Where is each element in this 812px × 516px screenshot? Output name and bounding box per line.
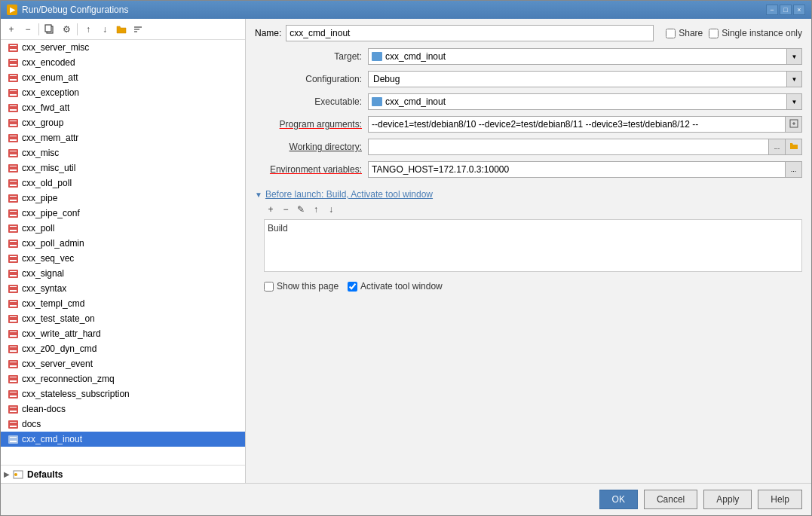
target-field[interactable]: cxx_cmd_inout [368, 48, 787, 65]
activate-tool-checkbox[interactable] [348, 282, 357, 292]
folder-button[interactable] [114, 22, 129, 37]
target-dropdown-btn[interactable]: ▼ [787, 48, 802, 65]
move-up-button[interactable]: ↑ [81, 22, 96, 37]
before-launch-add-btn[interactable]: + [264, 203, 277, 216]
tree-item-cxx_syntax[interactable]: cxx_syntax [1, 281, 245, 296]
config-icon [7, 72, 19, 84]
target-label: Target: [255, 51, 368, 62]
tree-item-cxx_stateless_subscription[interactable]: cxx_stateless_subscription [1, 386, 245, 402]
ok-button[interactable]: OK [599, 490, 638, 509]
tree-item-clean-docs[interactable]: clean-docs [1, 402, 245, 417]
config-icon [7, 117, 19, 129]
run-debug-dialog: ▶ Run/Debug Configurations − □ × + − ⚙ [0, 0, 812, 516]
config-icon [7, 56, 19, 69]
sort-button[interactable] [130, 22, 146, 37]
tree-item-cxx_enum_att[interactable]: cxx_enum_att [1, 70, 245, 85]
config-icon [7, 162, 19, 174]
working-dir-input[interactable] [368, 139, 769, 155]
tree-item-cxx_fwd_att[interactable]: cxx_fwd_att [1, 100, 245, 115]
toolbar-separator-1 [38, 23, 39, 35]
tree-item-cxx_write_attr_hard[interactable]: cxx_write_attr_hard [1, 326, 245, 341]
minimize-button[interactable]: − [766, 5, 778, 15]
tree-item-cxx_server_event[interactable]: cxx_server_event [1, 356, 245, 371]
program-args-browse-btn[interactable] [786, 116, 802, 133]
activate-tool-label[interactable]: Activate tool window [348, 281, 443, 292]
main-content: + − ⚙ ↑ ↓ [1, 19, 811, 483]
defaults-item[interactable]: ▶ Defaults [1, 465, 245, 483]
tree-item-cxx_poll[interactable]: cxx_poll [1, 221, 245, 236]
configuration-dropdown-btn[interactable]: ▼ [787, 71, 802, 87]
before-launch-header[interactable]: ▼ Before launch: Build, Activate tool wi… [255, 189, 802, 200]
tree-item-cxx_poll_admin[interactable]: cxx_poll_admin [1, 236, 245, 251]
tree-item-cxx_misc_util[interactable]: cxx_misc_util [1, 160, 245, 176]
share-checkbox-label[interactable]: Share [666, 28, 703, 38]
config-icon [7, 41, 19, 53]
tree-item-cxx_group[interactable]: cxx_group [1, 115, 245, 130]
executable-value: cxx_cmd_inout [385, 96, 786, 107]
settings-button[interactable]: ⚙ [59, 22, 74, 37]
maximize-button[interactable]: □ [780, 5, 792, 15]
close-button[interactable]: × [793, 5, 805, 15]
executable-input[interactable]: cxx_cmd_inout [368, 93, 787, 110]
tree-item-cxx_templ_cmd[interactable]: cxx_templ_cmd [1, 296, 245, 311]
show-page-checkbox[interactable] [264, 282, 274, 292]
before-launch-up-btn[interactable]: ↑ [309, 203, 323, 216]
defaults-label: Defaults [27, 469, 63, 480]
tree-item-cxx_server_misc[interactable]: cxx_server_misc [1, 40, 245, 55]
config-icon [7, 328, 19, 340]
before-launch-down-btn[interactable]: ↓ [324, 203, 338, 216]
env-vars-input[interactable] [368, 161, 786, 178]
tree-item-docs[interactable]: docs [1, 417, 245, 432]
configuration-label: Configuration: [255, 74, 368, 84]
executable-dropdown-btn[interactable]: ▼ [787, 93, 802, 110]
tree-item-cxx_test_state_on[interactable]: cxx_test_state_on [1, 311, 245, 326]
copy-config-button[interactable] [42, 22, 57, 37]
tree-item-cxx_exception[interactable]: cxx_exception [1, 85, 245, 100]
remove-config-button[interactable]: − [20, 22, 35, 37]
before-launch-toolbar: + − ✎ ↑ ↓ [264, 203, 802, 216]
working-dir-icon-btn[interactable] [786, 139, 802, 155]
configuration-input[interactable]: Debug [368, 71, 787, 87]
tree-item-cxx_signal[interactable]: cxx_signal [1, 266, 245, 281]
toolbar-separator-2 [77, 23, 78, 35]
tree-item-cxx_pipe[interactable]: cxx_pipe [1, 191, 245, 206]
program-args-input[interactable] [368, 116, 786, 133]
working-dir-browse-btn[interactable]: ... [769, 139, 786, 155]
tree-item-cxx_seq_vec[interactable]: cxx_seq_vec [1, 251, 245, 266]
svg-point-6 [14, 473, 17, 476]
tree-item-cxx_reconnection_zmq[interactable]: cxx_reconnection_zmq [1, 371, 245, 386]
tree-item-cxx_pipe_conf[interactable]: cxx_pipe_conf [1, 206, 245, 221]
tree-item-cxx_old_poll[interactable]: cxx_old_poll [1, 176, 245, 191]
tree-item-cxx_encoded[interactable]: cxx_encoded [1, 55, 245, 70]
apply-button[interactable]: Apply [703, 490, 752, 509]
executable-row: Executable: cxx_cmd_inout ▼ [255, 93, 802, 111]
tree-item-cxx_mem_attr[interactable]: cxx_mem_attr [1, 130, 245, 145]
title-bar-left: ▶ Run/Debug Configurations [7, 5, 128, 15]
single-instance-checkbox-label[interactable]: Single instance only [709, 28, 802, 38]
tree-item-cxx_z00_dyn_cmd[interactable]: cxx_z00_dyn_cmd [1, 341, 245, 356]
title-bar-controls: − □ × [766, 5, 805, 15]
cancel-button[interactable]: Cancel [644, 490, 697, 509]
env-vars-browse-btn[interactable]: ... [786, 161, 802, 178]
config-icon [7, 343, 19, 355]
config-icon [7, 403, 19, 415]
header-options: Share Single instance only [666, 28, 802, 38]
build-list-item[interactable]: Build [268, 223, 798, 234]
before-launch-title: Before launch: Build, Activate tool wind… [265, 189, 433, 200]
tree-item-cxx_cmd_inout[interactable]: cxx_cmd_inout [1, 432, 245, 447]
config-icon [7, 87, 19, 99]
move-down-button[interactable]: ↓ [97, 22, 112, 37]
env-vars-row: Environment variables: ... [255, 160, 802, 179]
add-config-button[interactable]: + [4, 22, 19, 37]
show-page-label[interactable]: Show this page [264, 281, 339, 292]
share-checkbox[interactable] [666, 29, 676, 38]
name-input[interactable] [286, 25, 654, 41]
tree-item-cxx_misc[interactable]: cxx_misc [1, 145, 245, 160]
activate-tool-text: Activate tool window [360, 281, 443, 292]
config-icon [7, 102, 19, 114]
before-launch-remove-btn[interactable]: − [279, 203, 293, 216]
help-button[interactable]: Help [758, 490, 802, 509]
before-launch-edit-btn[interactable]: ✎ [294, 203, 308, 216]
section-collapse-arrow: ▼ [255, 191, 262, 199]
single-instance-checkbox[interactable] [709, 29, 719, 38]
